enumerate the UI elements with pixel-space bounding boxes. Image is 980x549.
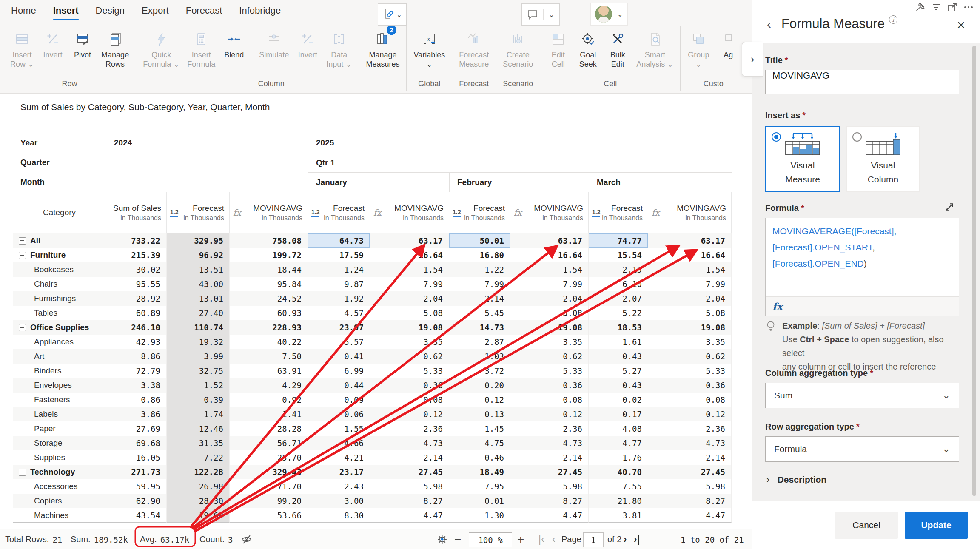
table-cell[interactable]: 13.01	[167, 291, 230, 306]
table-cell[interactable]: 3.00	[308, 494, 370, 508]
visual-measure-option[interactable]: VisualMeasure	[765, 126, 840, 192]
table-cell[interactable]: 0.86	[106, 393, 167, 407]
row-label-tables[interactable]: Tables	[13, 306, 106, 320]
row-label-technology[interactable]: Technology	[13, 465, 106, 479]
zoom-out-button[interactable]: −	[454, 529, 461, 549]
column-header-movingavg[interactable]: fxMOVINGAVGin Thousands	[230, 192, 308, 233]
column-header-forecast[interactable]: 1.2Forecastin Thousands	[167, 192, 230, 233]
ribbon-button-ag[interactable]: Ag	[713, 26, 743, 77]
row-label-fasteners[interactable]: Fasteners	[13, 393, 106, 407]
table-cell[interactable]: 59.95	[106, 479, 167, 494]
ribbon-button-forecast-measure[interactable]: ForecastMeasure	[455, 26, 493, 77]
table-cell[interactable]: 0.39	[167, 393, 230, 407]
table-cell[interactable]: 69.68	[106, 436, 167, 450]
ribbon-button-manage-rows[interactable]: ManageRows	[97, 26, 133, 77]
table-cell[interactable]: 24.52	[230, 291, 308, 306]
table-cell[interactable]: 6.99	[308, 364, 370, 378]
table-cell[interactable]: 3.35	[510, 335, 589, 349]
table-cell[interactable]: 12.46	[167, 421, 230, 436]
table-cell[interactable]: 63.91	[230, 364, 308, 378]
table-cell[interactable]: 1.03	[449, 349, 510, 364]
table-cell[interactable]: 7.55	[589, 479, 648, 494]
yheader-2025[interactable]: 2025	[308, 133, 732, 153]
table-cell[interactable]: 5.33	[648, 364, 732, 378]
ribbon-button-insert-row[interactable]: InsertRow ⌄	[6, 26, 38, 77]
table-cell[interactable]: 5.08	[370, 306, 449, 320]
table-cell[interactable]: 5.08	[510, 306, 589, 320]
eye-off-icon[interactable]	[241, 534, 252, 547]
mheader-january[interactable]: January	[308, 172, 449, 192]
table-cell[interactable]: 7.95	[449, 479, 510, 494]
user-avatar-button[interactable]: ⌄	[590, 3, 628, 26]
table-cell[interactable]: 1.74	[167, 407, 230, 421]
table-cell[interactable]: 43.00	[167, 277, 230, 291]
table-cell[interactable]: 2.36	[648, 421, 732, 436]
table-cell[interactable]: 27.45	[370, 465, 449, 479]
table-cell[interactable]: 72.79	[106, 364, 167, 378]
table-cell[interactable]: 7.50	[230, 349, 308, 364]
table-cell[interactable]: 3.38	[106, 378, 167, 393]
ribbon-button-simulate[interactable]: Simulate	[255, 26, 293, 77]
collapse-icon[interactable]	[19, 252, 26, 259]
column-header-forecast[interactable]: 1.2Forecastin Thousands	[308, 192, 370, 233]
update-button[interactable]: Update	[905, 512, 968, 539]
table-cell[interactable]: 16.64	[648, 248, 732, 262]
table-cell[interactable]: 28.28	[230, 421, 308, 436]
table-cell[interactable]: 2.14	[510, 450, 589, 465]
table-cell[interactable]: 0.08	[370, 393, 449, 407]
table-cell[interactable]: 271.73	[106, 465, 167, 479]
table-cell[interactable]: 27.45	[510, 465, 589, 479]
table-cell[interactable]: 1.54	[370, 262, 449, 277]
table-cell[interactable]: 0.17	[589, 407, 648, 421]
table-cell[interactable]: 0.43	[589, 378, 648, 393]
table-cell[interactable]: 53.66	[230, 508, 308, 523]
table-cell[interactable]: 63.17	[648, 233, 732, 248]
table-cell[interactable]: 2.04	[648, 291, 732, 306]
filter-icon[interactable]	[931, 2, 941, 14]
column-header-forecast[interactable]: 1.2Forecastin Thousands	[589, 192, 648, 233]
tab-design[interactable]: Design	[96, 5, 125, 20]
table-cell[interactable]: 50.01	[449, 233, 510, 248]
tab-export[interactable]: Export	[142, 5, 169, 20]
cancel-button[interactable]: Cancel	[835, 512, 898, 539]
table-cell[interactable]: 0.36	[648, 378, 732, 393]
table-cell[interactable]: 758.08	[230, 233, 308, 248]
ribbon-button-edit-cell[interactable]: EditCell	[543, 26, 573, 77]
prev-page-button[interactable]: ‹	[552, 529, 556, 549]
table-cell[interactable]: 31.35	[167, 436, 230, 450]
formula-editor[interactable]: MOVINGAVERAGE([Forecast],[Forecast].OPEN…	[765, 218, 959, 316]
row-label-paper[interactable]: Paper	[13, 421, 106, 436]
table-cell[interactable]: 3.86	[106, 407, 167, 421]
tab-home[interactable]: Home	[11, 5, 36, 20]
column-header-category[interactable]: Category	[13, 192, 106, 233]
table-cell[interactable]: 7.99	[510, 277, 589, 291]
table-cell[interactable]: 19.08	[510, 320, 589, 335]
table-cell[interactable]: 2.14	[449, 291, 510, 306]
table-cell[interactable]: 23.97	[308, 320, 370, 335]
zoom-in-button[interactable]: +	[517, 529, 524, 549]
column-header-movingavg[interactable]: fxMOVINGAVGin Thousands	[648, 192, 732, 233]
table-cell[interactable]: 7.99	[370, 277, 449, 291]
table-cell[interactable]: 2.04	[370, 291, 449, 306]
table-cell[interactable]: 1.61	[589, 335, 648, 349]
ribbon-button-goal-seek[interactable]: GoalSeek	[573, 26, 603, 77]
row-label-accessories[interactable]: Accessories	[13, 479, 106, 494]
ribbon-button-manage-measures[interactable]: 2ManageMeasures	[362, 26, 403, 77]
table-cell[interactable]: 2.36	[510, 421, 589, 436]
table-cell[interactable]: 3.35	[648, 335, 732, 349]
table-cell[interactable]: 19.08	[370, 320, 449, 335]
table-cell[interactable]: 18.44	[230, 262, 308, 277]
table-cell[interactable]: 28.92	[106, 291, 167, 306]
edit-mode-button[interactable]: ⌄	[378, 3, 407, 26]
table-cell[interactable]: 329.43	[230, 465, 308, 479]
zoom-level-input[interactable]: 100 %	[469, 532, 512, 547]
table-cell[interactable]: 0.01	[449, 494, 510, 508]
table-cell[interactable]: 27.40	[167, 306, 230, 320]
row-label-supplies[interactable]: Supplies	[13, 450, 106, 465]
column-header-movingavg[interactable]: fxMOVINGAVGin Thousands	[370, 192, 449, 233]
table-cell[interactable]: 14.73	[449, 320, 510, 335]
table-cell[interactable]: 28.30	[167, 494, 230, 508]
table-cell[interactable]: 0.36	[510, 378, 589, 393]
table-cell[interactable]: 7.99	[449, 277, 510, 291]
table-cell[interactable]: 0.06	[308, 407, 370, 421]
